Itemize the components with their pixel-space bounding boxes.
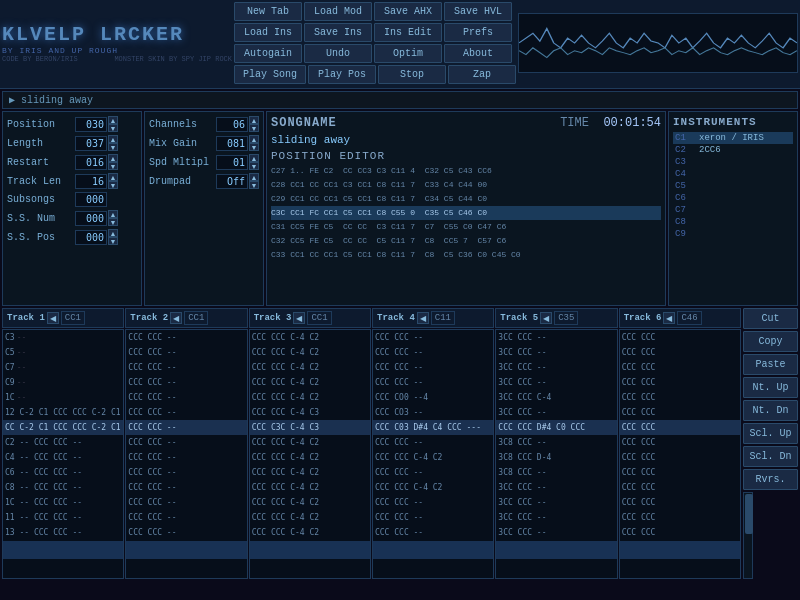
tracklen-input[interactable] xyxy=(75,174,107,189)
rst-up-btn[interactable]: ▲ xyxy=(108,154,118,162)
song-title: SONGNAME xyxy=(271,116,337,130)
ssn-dn-btn[interactable]: ▼ xyxy=(108,218,118,226)
scl-dn-button[interactable]: Scl. Dn xyxy=(743,446,798,467)
nt-up-button[interactable]: Nt. Up xyxy=(743,377,798,398)
pos-table: C27 1.. FE C2 CC CC3 C3 C11 4 C32 C5 C43… xyxy=(271,164,661,262)
autogain-button[interactable]: Autogain xyxy=(234,44,302,63)
mg-dn-btn[interactable]: ▼ xyxy=(249,143,259,151)
pos-up-btn[interactable]: ▲ xyxy=(108,116,118,124)
song-name-display: sliding away xyxy=(271,134,661,146)
load-ins-button[interactable]: Load Ins xyxy=(234,23,302,42)
param-subsongs: Subsongs xyxy=(7,192,137,207)
dp-dn-btn[interactable]: ▼ xyxy=(249,181,259,189)
mg-up-btn[interactable]: ▲ xyxy=(249,135,259,143)
length-input[interactable] xyxy=(75,136,107,151)
track-label-4: Track 4 xyxy=(377,313,415,323)
tl-up-btn[interactable]: ▲ xyxy=(108,173,118,181)
ch-up-btn[interactable]: ▲ xyxy=(249,116,259,124)
inst-item[interactable]: C9 xyxy=(673,228,793,240)
ssp-up-btn[interactable]: ▲ xyxy=(108,229,118,237)
sm-up-btn[interactable]: ▲ xyxy=(249,154,259,162)
len-up-btn[interactable]: ▲ xyxy=(108,135,118,143)
inst-item[interactable]: C4 xyxy=(673,168,793,180)
inst-item[interactable]: C6 xyxy=(673,192,793,204)
save-hvl-button[interactable]: Save HVL xyxy=(444,2,512,21)
undo-button[interactable]: Undo xyxy=(304,44,372,63)
track5-prev-btn[interactable]: ◀ xyxy=(540,312,552,324)
logo-area: KLVELP LRCKER BY IRIS AND UP ROUGH CODE … xyxy=(2,23,232,63)
track6-prev-btn[interactable]: ◀ xyxy=(663,312,675,324)
ins-edit-button[interactable]: Ins Edit xyxy=(374,23,442,42)
track-label-1: Track 1 xyxy=(7,313,45,323)
track1-cc: CC1 xyxy=(61,311,85,325)
spdmlt-input[interactable] xyxy=(216,155,248,170)
track-col-3[interactable]: CCC CCC C-4 C2 CCC CCC C-4 C2 CCC CCC C-… xyxy=(249,329,371,579)
ch-dn-btn[interactable]: ▼ xyxy=(249,124,259,132)
track-header-2: Track 2 ◀ CC1 xyxy=(125,308,247,328)
toolbar-row2: Load Ins Save Ins Ins Edit Prefs xyxy=(234,23,516,42)
param-length: Length ▲▼ xyxy=(7,135,137,151)
save-ins-button[interactable]: Save Ins xyxy=(304,23,372,42)
inst-item[interactable]: C5 xyxy=(673,180,793,192)
ssnum-input[interactable] xyxy=(75,211,107,226)
tl-dn-btn[interactable]: ▼ xyxy=(108,181,118,189)
len-dn-btn[interactable]: ▼ xyxy=(108,143,118,151)
rst-dn-btn[interactable]: ▼ xyxy=(108,162,118,170)
ssn-up-btn[interactable]: ▲ xyxy=(108,210,118,218)
track-col-1[interactable]: C3 -- C5 -- C7 -- C9 -- 1C -- 12 C-2 C1 … xyxy=(2,329,124,579)
rvrs-button[interactable]: Rvrs. xyxy=(743,469,798,490)
song-header: SONGNAME TIME 00:01:54 xyxy=(271,116,661,130)
play-pos-button[interactable]: Play Pos xyxy=(308,65,376,84)
subsongs-input[interactable] xyxy=(75,192,107,207)
track4-prev-btn[interactable]: ◀ xyxy=(417,312,429,324)
track-col-5[interactable]: 3CC CCC -- 3CC CCC -- 3CC CCC -- 3CC CCC… xyxy=(495,329,617,579)
ssp-dn-btn[interactable]: ▼ xyxy=(108,237,118,245)
track-col-4[interactable]: CCC CCC -- CCC CCC -- CCC CCC -- CCC CCC… xyxy=(372,329,494,579)
toolbar-row3: Autogain Undo Optim About xyxy=(234,44,516,63)
app-title: KLVELP LRCKER xyxy=(2,23,232,46)
channels-input[interactable] xyxy=(216,117,248,132)
new-tab-button[interactable]: New Tab xyxy=(234,2,302,21)
param-spdmlt: Spd Mltipl ▲▼ xyxy=(149,154,259,170)
copy-button[interactable]: Copy xyxy=(743,331,798,352)
track2-prev-btn[interactable]: ◀ xyxy=(170,312,182,324)
param-sspos: S.S. Pos ▲▼ xyxy=(7,229,137,245)
inst-item[interactable]: C2 2CC6 xyxy=(673,144,793,156)
pos-row-selected[interactable]: C3C CC1 FC CC1 C5 CC1 C8 C55 0 C35 C5 C4… xyxy=(271,206,661,220)
track3-prev-btn[interactable]: ◀ xyxy=(293,312,305,324)
track-data-area: Track 1 ◀ CC1 Track 2 ◀ CC1 Track 3 ◀ CC… xyxy=(2,308,741,579)
cut-button[interactable]: Cut xyxy=(743,308,798,329)
sspos-input[interactable] xyxy=(75,230,107,245)
param-drumpad: Drumpad ▲▼ xyxy=(149,173,259,189)
track-col-6[interactable]: CCC CCC CCC CCC CCC CCC CCC CCC CCC CCC … xyxy=(619,329,741,579)
optim-button[interactable]: Optim xyxy=(374,44,442,63)
inst-item[interactable]: C8 xyxy=(673,216,793,228)
inst-item[interactable]: C3 xyxy=(673,156,793,168)
pos-row: C33 CC1 CC CC1 C5 CC1 C8 C11 7 C8 C5 C36… xyxy=(271,248,661,262)
save-ahx-button[interactable]: Save AHX xyxy=(374,2,442,21)
scrollbar-thumb[interactable] xyxy=(745,494,753,534)
scl-up-button[interactable]: Scl. Up xyxy=(743,423,798,444)
track1-prev-btn[interactable]: ◀ xyxy=(47,312,59,324)
pos-dn-btn[interactable]: ▼ xyxy=(108,124,118,132)
drumpad-input[interactable] xyxy=(216,174,248,189)
play-song-button[interactable]: Play Song xyxy=(234,65,306,84)
vertical-scrollbar[interactable] xyxy=(743,492,753,579)
inst-item[interactable]: C7 xyxy=(673,204,793,216)
nt-dn-button[interactable]: Nt. Dn xyxy=(743,400,798,421)
inst-item[interactable]: C1 xeron / IRIS xyxy=(673,132,793,144)
paste-button[interactable]: Paste xyxy=(743,354,798,375)
sm-dn-btn[interactable]: ▼ xyxy=(249,162,259,170)
position-input[interactable] xyxy=(75,117,107,132)
prefs-button[interactable]: Prefs xyxy=(444,23,512,42)
mixgain-input[interactable] xyxy=(216,136,248,151)
dp-up-btn[interactable]: ▲ xyxy=(249,173,259,181)
zap-button[interactable]: Zap xyxy=(448,65,516,84)
stop-button[interactable]: Stop xyxy=(378,65,446,84)
song-name-bar: sliding away xyxy=(21,95,93,106)
restart-input[interactable] xyxy=(75,155,107,170)
load-mod-button[interactable]: Load Mod xyxy=(304,2,372,21)
inst-num: C2 xyxy=(675,145,695,155)
track-col-2[interactable]: CCC CCC -- CCC CCC -- CCC CCC -- CCC CCC… xyxy=(125,329,247,579)
about-button[interactable]: About xyxy=(444,44,512,63)
